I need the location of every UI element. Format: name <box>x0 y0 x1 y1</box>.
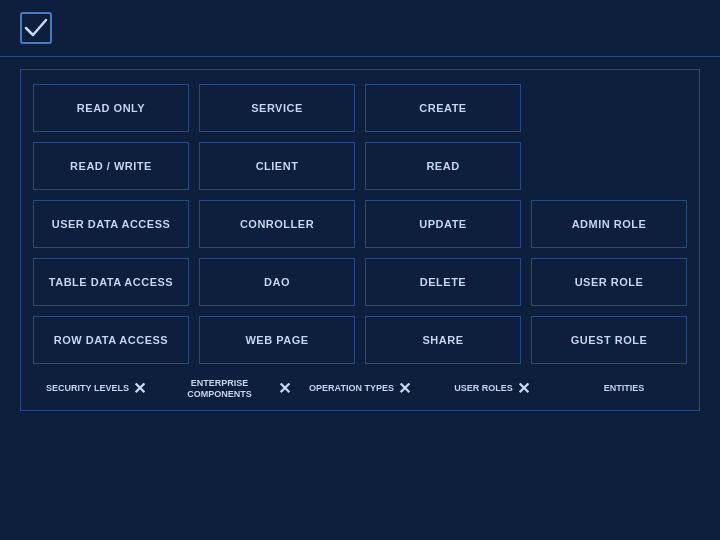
grid-cell[interactable]: READ / WRITE <box>33 142 189 190</box>
grid-cell[interactable]: TABLE DATA ACCESS <box>33 258 189 306</box>
footer-label-2: OPERATION TYPES <box>309 383 394 394</box>
grid-cell[interactable]: SERVICE <box>199 84 355 132</box>
grid-cell[interactable]: GUEST ROLE <box>531 316 687 364</box>
main-container: READ ONLYSERVICECREATEREAD / WRITECLIENT… <box>20 69 700 411</box>
grid-cell[interactable]: SHARE <box>365 316 521 364</box>
checkbox-icon <box>20 12 52 44</box>
grid-area: READ ONLYSERVICECREATEREAD / WRITECLIENT… <box>33 84 687 364</box>
footer-row: SECURITY LEVELS✕ENTERPRISE COMPONENTS✕OP… <box>33 374 687 400</box>
grid-cell[interactable]: ADMIN ROLE <box>531 200 687 248</box>
grid-cell[interactable]: ROW DATA ACCESS <box>33 316 189 364</box>
footer-item-1[interactable]: ENTERPRISE COMPONENTS✕ <box>165 378 291 400</box>
footer-item-3[interactable]: USER ROLES✕ <box>429 379 555 398</box>
x-icon-3: ✕ <box>517 379 530 398</box>
grid-cell[interactable]: WEB PAGE <box>199 316 355 364</box>
footer-label-1: ENTERPRISE COMPONENTS <box>165 378 274 400</box>
grid-cell[interactable]: DELETE <box>365 258 521 306</box>
footer-label-3: USER ROLES <box>454 383 513 394</box>
footer-label-0: SECURITY LEVELS <box>46 383 129 394</box>
empty-cell <box>531 142 687 190</box>
grid-cell[interactable]: CONROLLER <box>199 200 355 248</box>
grid-cell[interactable]: UPDATE <box>365 200 521 248</box>
grid-cell[interactable]: READ ONLY <box>33 84 189 132</box>
header <box>0 0 720 57</box>
x-icon-1: ✕ <box>278 379 291 398</box>
grid-cell[interactable]: DAO <box>199 258 355 306</box>
x-icon-0: ✕ <box>133 379 146 398</box>
footer-label-4: ENTITIES <box>604 383 645 394</box>
grid-cell[interactable]: CREATE <box>365 84 521 132</box>
grid-cell[interactable]: USER DATA ACCESS <box>33 200 189 248</box>
grid-cell[interactable]: CLIENT <box>199 142 355 190</box>
empty-cell <box>531 84 687 132</box>
footer-item-4[interactable]: ENTITIES <box>561 383 687 394</box>
footer-item-0[interactable]: SECURITY LEVELS✕ <box>33 379 159 398</box>
x-icon-2: ✕ <box>398 379 411 398</box>
grid-cell[interactable]: USER ROLE <box>531 258 687 306</box>
footer-item-2[interactable]: OPERATION TYPES✕ <box>297 379 423 398</box>
grid-cell[interactable]: READ <box>365 142 521 190</box>
